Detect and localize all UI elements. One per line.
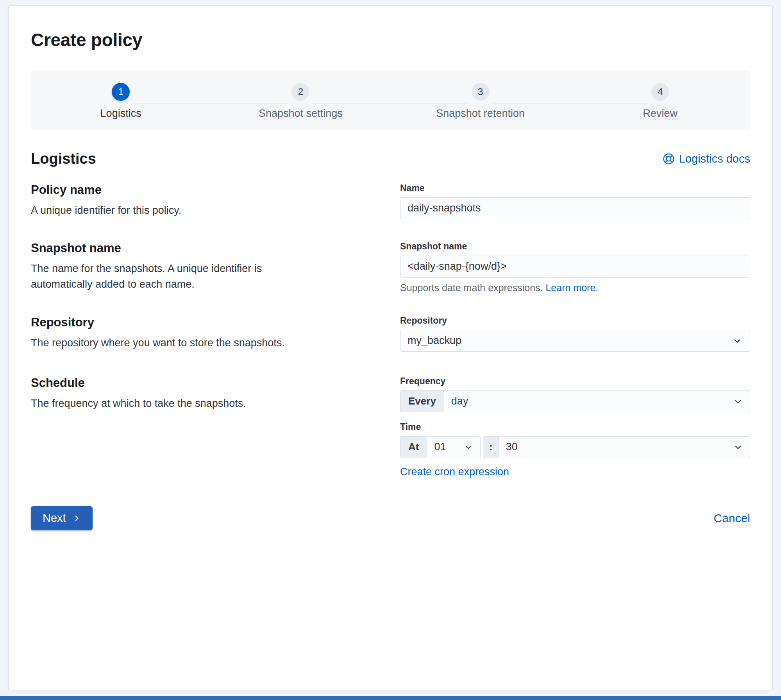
step-connector xyxy=(493,104,570,104)
chevron-down-icon xyxy=(464,442,473,452)
bottom-accent-bar xyxy=(0,696,781,700)
step-label-snapshot-settings: Snapshot settings xyxy=(259,107,343,120)
cancel-link[interactable]: Cancel xyxy=(714,512,750,525)
step-connector xyxy=(211,104,288,104)
step-4-circle: 4 xyxy=(651,83,669,101)
repository-value: my_backup xyxy=(407,335,461,347)
step-connector xyxy=(313,104,390,104)
next-button[interactable]: Next xyxy=(31,506,93,530)
repository-description: The repository where you want to store t… xyxy=(31,335,322,351)
step-3-circle: 3 xyxy=(472,83,490,101)
logistics-docs-link[interactable]: Logistics docs xyxy=(663,152,750,165)
repository-select[interactable]: my_backup xyxy=(400,330,750,352)
step-number: 4 xyxy=(658,86,663,97)
chevron-down-icon xyxy=(733,442,743,452)
name-field-label: Name xyxy=(400,183,750,193)
hour-field: At 01 xyxy=(400,436,481,458)
minute-value: 30 xyxy=(506,441,518,453)
snapshot-name-input[interactable] xyxy=(400,256,750,277)
policy-name-heading: Policy name xyxy=(31,183,322,197)
time-field: At 01 : 30 xyxy=(400,436,750,458)
step-label-logistics: Logistics xyxy=(100,107,141,120)
schedule-description: The frequency at which to take the snaps… xyxy=(31,396,322,412)
step-progress: 1 Logistics 2 Snapshot settings 3 Snapsh… xyxy=(31,71,750,130)
step-number: 1 xyxy=(118,86,123,97)
time-prepend: At xyxy=(400,437,427,458)
snapshot-name-heading: Snapshot name xyxy=(31,241,322,255)
learn-more-link[interactable]: Learn more. xyxy=(545,282,598,293)
form-footer: Next Cancel xyxy=(31,506,750,530)
section-header: Logistics Logistics docs xyxy=(31,150,750,167)
minute-field: : 30 xyxy=(483,436,750,458)
step-connector xyxy=(133,104,211,104)
frequency-field: Every day xyxy=(400,390,750,412)
section-title: Logistics xyxy=(31,150,96,167)
step-label-snapshot-retention: Snapshot retention xyxy=(436,107,525,120)
hour-value: 01 xyxy=(434,441,446,453)
step-2-circle: 2 xyxy=(291,83,309,101)
frequency-field-label: Frequency xyxy=(400,376,750,387)
step-snapshot-settings[interactable]: 2 Snapshot settings xyxy=(211,83,390,120)
page-title: Create policy xyxy=(31,29,750,51)
policy-name-row: Policy name A unique identifier for this… xyxy=(31,183,750,219)
step-label-review: Review xyxy=(643,107,678,120)
repository-row: Repository The repository where you want… xyxy=(31,315,750,352)
snapshot-name-field-label: Snapshot name xyxy=(400,241,750,252)
policy-name-description: A unique identifier for this policy. xyxy=(31,202,322,218)
create-cron-expression-link[interactable]: Create cron expression xyxy=(400,466,509,478)
snapshot-name-help-text: Supports date math expressions. xyxy=(400,282,543,293)
time-separator: : xyxy=(483,437,499,458)
policy-name-input[interactable] xyxy=(400,197,750,219)
snapshot-name-description: The name for the snapshots. A unique ide… xyxy=(31,261,322,292)
step-number: 2 xyxy=(298,86,303,97)
chevron-down-icon xyxy=(733,397,743,406)
step-number: 3 xyxy=(478,86,483,97)
step-review[interactable]: 4 Review xyxy=(570,83,750,120)
help-icon xyxy=(663,153,675,165)
step-connector xyxy=(570,104,648,104)
next-button-label: Next xyxy=(43,512,66,525)
repository-field-label: Repository xyxy=(400,315,750,326)
create-policy-panel: Create policy 1 Logistics 2 Snapshot set… xyxy=(8,5,773,690)
frequency-select[interactable]: day xyxy=(444,391,750,412)
chevron-down-icon xyxy=(733,336,742,346)
frequency-value: day xyxy=(451,395,468,407)
repository-heading: Repository xyxy=(31,315,322,329)
schedule-heading: Schedule xyxy=(31,376,322,390)
chevron-right-icon xyxy=(72,514,81,523)
time-field-label: Time xyxy=(400,422,750,432)
frequency-prepend: Every xyxy=(400,391,444,412)
snapshot-name-help: Supports date math expressions. Learn mo… xyxy=(400,282,750,294)
hour-select[interactable]: 01 xyxy=(427,437,480,458)
step-snapshot-retention[interactable]: 3 Snapshot retention xyxy=(391,83,570,120)
step-logistics[interactable]: 1 Logistics xyxy=(31,83,211,120)
logistics-docs-label: Logistics docs xyxy=(679,152,750,165)
snapshot-name-row: Snapshot name The name for the snapshots… xyxy=(31,241,750,294)
minute-select[interactable]: 30 xyxy=(499,437,750,458)
step-connector xyxy=(391,104,468,104)
step-1-circle: 1 xyxy=(112,83,130,101)
schedule-row: Schedule The frequency at which to take … xyxy=(31,376,750,478)
